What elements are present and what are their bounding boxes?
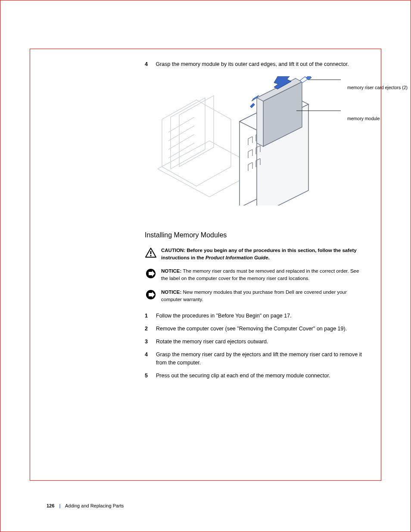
step-text: Grasp the memory riser card by the eject… bbox=[156, 351, 365, 366]
memory-module-figure: memory riser card ejectors (2) memory mo… bbox=[145, 76, 365, 214]
notice-1-text: NOTICE: The memory riser cards must be r… bbox=[161, 268, 365, 283]
notice-2-admonition: NOTICE: New memory modules that you purc… bbox=[145, 289, 365, 304]
step-text: Rotate the memory riser card ejectors ou… bbox=[156, 338, 268, 345]
footer-title: Adding and Replacing Parts bbox=[65, 503, 124, 508]
svg-rect-6 bbox=[150, 251, 152, 254]
step-number: 2 bbox=[145, 325, 153, 333]
step-text: Follow the procedures in "Before You Beg… bbox=[156, 312, 292, 320]
caution-icon bbox=[145, 248, 157, 258]
section-heading: Installing Memory Modules bbox=[145, 231, 365, 239]
figure-label-ejectors: memory riser card ejectors (2) bbox=[347, 85, 408, 90]
caution-end: . bbox=[268, 255, 270, 260]
step-number: 4 bbox=[145, 351, 153, 366]
notice-2-body: New memory modules that you purchase fro… bbox=[161, 289, 347, 302]
install-step: 3 Rotate the memory riser card ejectors … bbox=[145, 338, 365, 345]
install-steps: 1 Follow the procedures in "Before You B… bbox=[145, 312, 365, 380]
svg-line-1 bbox=[168, 126, 194, 141]
step-4-line: 4 Grasp the memory module by its outer c… bbox=[46, 61, 365, 68]
svg-line-0 bbox=[168, 117, 194, 132]
step-number: 4 bbox=[145, 61, 154, 68]
figure-label-module: memory module bbox=[347, 116, 380, 121]
install-step: 5 Press out the securing clip at each en… bbox=[145, 372, 365, 380]
memory-riser-illustration bbox=[145, 76, 369, 205]
svg-line-2 bbox=[168, 134, 194, 149]
page-number: 126 bbox=[47, 503, 54, 508]
caution-text: CAUTION: Before you begin any of the pro… bbox=[161, 247, 365, 262]
svg-rect-7 bbox=[150, 255, 152, 256]
caution-ital: Product Information Guide bbox=[206, 255, 268, 260]
installing-memory-section: Installing Memory Modules CAUTION: Befor… bbox=[46, 231, 365, 380]
notice-2-label: NOTICE: bbox=[161, 289, 181, 295]
notice-1-label: NOTICE: bbox=[161, 268, 181, 274]
step-text: Remove the computer cover (see "Removing… bbox=[156, 325, 347, 333]
install-step: 1 Follow the procedures in "Before You B… bbox=[145, 312, 365, 320]
footer-separator: | bbox=[59, 503, 60, 508]
notice-1-body: The memory riser cards must be removed a… bbox=[161, 268, 359, 281]
install-step: 2 Remove the computer cover (see "Removi… bbox=[145, 325, 365, 333]
caution-label: CAUTION: bbox=[161, 248, 185, 253]
notice-2-text: NOTICE: New memory modules that you purc… bbox=[161, 289, 365, 304]
step-text: Press out the securing clip at each end … bbox=[156, 372, 330, 380]
install-step: 4 Grasp the memory riser card by the eje… bbox=[145, 351, 365, 366]
step-number: 1 bbox=[145, 312, 153, 320]
notice-icon bbox=[145, 268, 157, 279]
notice-icon bbox=[145, 289, 157, 300]
step-number: 3 bbox=[145, 338, 153, 345]
page-content: 4 Grasp the memory module by its outer c… bbox=[28, 47, 383, 393]
notice-1-admonition: NOTICE: The memory riser cards must be r… bbox=[145, 268, 365, 283]
step-text: Grasp the memory module by its outer car… bbox=[156, 61, 349, 67]
caution-admonition: CAUTION: Before you begin any of the pro… bbox=[145, 247, 365, 262]
page-footer: 126 | Adding and Replacing Parts bbox=[47, 503, 124, 508]
step-number: 5 bbox=[145, 372, 153, 380]
